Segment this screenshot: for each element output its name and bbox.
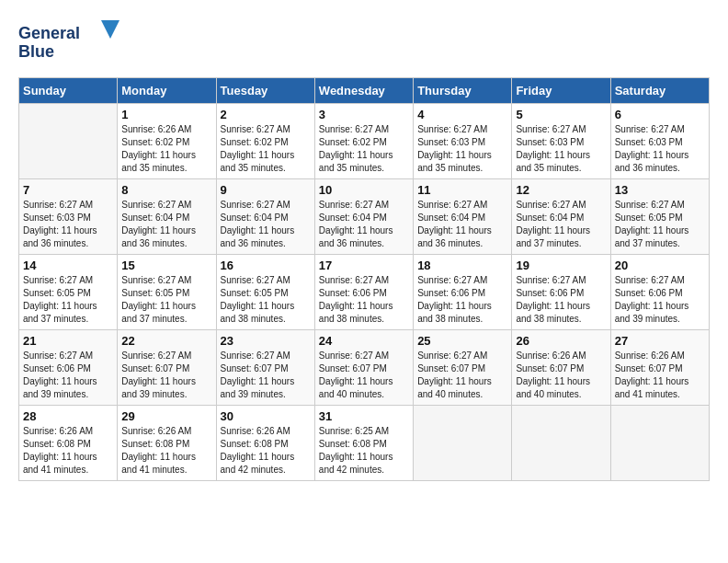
day-number: 21 xyxy=(23,334,113,348)
day-info: Sunrise: 6:27 AM Sunset: 6:04 PM Dayligh… xyxy=(417,199,507,250)
day-info: Sunrise: 6:27 AM Sunset: 6:06 PM Dayligh… xyxy=(319,274,409,326)
calendar-cell: 24Sunrise: 6:27 AM Sunset: 6:07 PM Dayli… xyxy=(314,330,413,406)
calendar-cell xyxy=(512,406,610,481)
svg-marker-2 xyxy=(101,20,119,39)
day-info: Sunrise: 6:27 AM Sunset: 6:04 PM Dayligh… xyxy=(319,199,409,250)
calendar-cell: 9Sunrise: 6:27 AM Sunset: 6:04 PM Daylig… xyxy=(216,179,314,255)
calendar-cell: 28Sunrise: 6:26 AM Sunset: 6:08 PM Dayli… xyxy=(19,406,118,481)
day-info: Sunrise: 6:26 AM Sunset: 6:08 PM Dayligh… xyxy=(221,425,311,477)
day-info: Sunrise: 6:27 AM Sunset: 6:02 PM Dayligh… xyxy=(221,123,311,175)
day-info: Sunrise: 6:27 AM Sunset: 6:04 PM Dayligh… xyxy=(516,199,606,250)
calendar-cell: 14Sunrise: 6:27 AM Sunset: 6:05 PM Dayli… xyxy=(19,255,118,330)
day-number: 28 xyxy=(23,409,113,423)
column-header-friday: Friday xyxy=(512,78,610,104)
day-info: Sunrise: 6:27 AM Sunset: 6:04 PM Dayligh… xyxy=(121,199,211,250)
day-number: 17 xyxy=(319,259,409,272)
column-header-sunday: Sunday xyxy=(19,78,118,104)
day-number: 19 xyxy=(516,259,606,272)
calendar-cell: 7Sunrise: 6:27 AM Sunset: 6:03 PM Daylig… xyxy=(19,179,118,255)
day-number: 5 xyxy=(516,108,606,121)
day-number: 9 xyxy=(221,183,311,197)
calendar-cell: 4Sunrise: 6:27 AM Sunset: 6:03 PM Daylig… xyxy=(414,104,512,179)
day-info: Sunrise: 6:25 AM Sunset: 6:08 PM Dayligh… xyxy=(319,425,409,477)
day-info: Sunrise: 6:26 AM Sunset: 6:08 PM Dayligh… xyxy=(23,425,113,477)
day-info: Sunrise: 6:27 AM Sunset: 6:05 PM Dayligh… xyxy=(615,199,705,250)
day-info: Sunrise: 6:27 AM Sunset: 6:04 PM Dayligh… xyxy=(221,199,311,250)
calendar-cell: 2Sunrise: 6:27 AM Sunset: 6:02 PM Daylig… xyxy=(216,104,314,179)
column-header-saturday: Saturday xyxy=(610,78,709,104)
day-number: 25 xyxy=(417,334,507,348)
calendar-cell: 31Sunrise: 6:25 AM Sunset: 6:08 PM Dayli… xyxy=(314,406,413,481)
day-number: 15 xyxy=(121,259,211,272)
page-header: General Blue xyxy=(18,18,710,68)
calendar-cell: 1Sunrise: 6:26 AM Sunset: 6:02 PM Daylig… xyxy=(118,104,216,179)
day-number: 7 xyxy=(23,183,113,197)
column-header-wednesday: Wednesday xyxy=(314,78,413,104)
day-info: Sunrise: 6:27 AM Sunset: 6:07 PM Dayligh… xyxy=(319,350,409,401)
column-header-tuesday: Tuesday xyxy=(216,78,314,104)
day-number: 4 xyxy=(417,108,507,121)
logo: General Blue xyxy=(18,18,119,68)
calendar-cell: 6Sunrise: 6:27 AM Sunset: 6:03 PM Daylig… xyxy=(610,104,709,179)
day-info: Sunrise: 6:26 AM Sunset: 6:08 PM Dayligh… xyxy=(121,425,211,477)
calendar-cell: 22Sunrise: 6:27 AM Sunset: 6:07 PM Dayli… xyxy=(118,330,216,406)
day-info: Sunrise: 6:27 AM Sunset: 6:07 PM Dayligh… xyxy=(121,350,211,401)
calendar-cell: 30Sunrise: 6:26 AM Sunset: 6:08 PM Dayli… xyxy=(216,406,314,481)
day-number: 18 xyxy=(417,259,507,272)
calendar-cell: 10Sunrise: 6:27 AM Sunset: 6:04 PM Dayli… xyxy=(314,179,413,255)
calendar-cell xyxy=(414,406,512,481)
calendar-cell: 11Sunrise: 6:27 AM Sunset: 6:04 PM Dayli… xyxy=(414,179,512,255)
day-info: Sunrise: 6:27 AM Sunset: 6:07 PM Dayligh… xyxy=(417,350,507,401)
day-info: Sunrise: 6:27 AM Sunset: 6:06 PM Dayligh… xyxy=(516,274,606,326)
calendar-cell: 23Sunrise: 6:27 AM Sunset: 6:07 PM Dayli… xyxy=(216,330,314,406)
day-number: 31 xyxy=(319,409,409,423)
day-number: 10 xyxy=(319,183,409,197)
svg-text:General: General xyxy=(18,24,80,42)
day-number: 26 xyxy=(516,334,606,348)
day-number: 2 xyxy=(221,108,311,121)
day-info: Sunrise: 6:27 AM Sunset: 6:05 PM Dayligh… xyxy=(23,274,113,326)
calendar-cell xyxy=(610,406,709,481)
calendar-cell xyxy=(19,104,118,179)
day-number: 23 xyxy=(221,334,311,348)
svg-text:Blue: Blue xyxy=(18,42,54,61)
day-info: Sunrise: 6:27 AM Sunset: 6:03 PM Dayligh… xyxy=(615,123,705,175)
day-number: 8 xyxy=(121,183,211,197)
calendar-cell: 20Sunrise: 6:27 AM Sunset: 6:06 PM Dayli… xyxy=(610,255,709,330)
calendar-cell: 8Sunrise: 6:27 AM Sunset: 6:04 PM Daylig… xyxy=(118,179,216,255)
logo-text: General Blue xyxy=(18,18,119,68)
calendar-table: SundayMondayTuesdayWednesdayThursdayFrid… xyxy=(18,77,710,481)
day-info: Sunrise: 6:27 AM Sunset: 6:06 PM Dayligh… xyxy=(417,274,507,326)
day-info: Sunrise: 6:27 AM Sunset: 6:02 PM Dayligh… xyxy=(319,123,409,175)
calendar-cell: 5Sunrise: 6:27 AM Sunset: 6:03 PM Daylig… xyxy=(512,104,610,179)
day-info: Sunrise: 6:27 AM Sunset: 6:06 PM Dayligh… xyxy=(615,274,705,326)
calendar-cell: 3Sunrise: 6:27 AM Sunset: 6:02 PM Daylig… xyxy=(314,104,413,179)
day-number: 1 xyxy=(121,108,211,121)
calendar-cell: 18Sunrise: 6:27 AM Sunset: 6:06 PM Dayli… xyxy=(414,255,512,330)
day-info: Sunrise: 6:27 AM Sunset: 6:07 PM Dayligh… xyxy=(221,350,311,401)
calendar-cell: 13Sunrise: 6:27 AM Sunset: 6:05 PM Dayli… xyxy=(610,179,709,255)
day-info: Sunrise: 6:26 AM Sunset: 6:07 PM Dayligh… xyxy=(516,350,606,401)
day-info: Sunrise: 6:27 AM Sunset: 6:03 PM Dayligh… xyxy=(516,123,606,175)
day-info: Sunrise: 6:27 AM Sunset: 6:03 PM Dayligh… xyxy=(417,123,507,175)
day-info: Sunrise: 6:27 AM Sunset: 6:05 PM Dayligh… xyxy=(221,274,311,326)
day-info: Sunrise: 6:26 AM Sunset: 6:02 PM Dayligh… xyxy=(121,123,211,175)
day-number: 27 xyxy=(615,334,705,348)
calendar-cell: 19Sunrise: 6:27 AM Sunset: 6:06 PM Dayli… xyxy=(512,255,610,330)
day-number: 16 xyxy=(221,259,311,272)
calendar-cell: 15Sunrise: 6:27 AM Sunset: 6:05 PM Dayli… xyxy=(118,255,216,330)
day-number: 14 xyxy=(23,259,113,272)
calendar-cell: 27Sunrise: 6:26 AM Sunset: 6:07 PM Dayli… xyxy=(610,330,709,406)
day-number: 6 xyxy=(615,108,705,121)
calendar-cell: 25Sunrise: 6:27 AM Sunset: 6:07 PM Dayli… xyxy=(414,330,512,406)
day-info: Sunrise: 6:27 AM Sunset: 6:03 PM Dayligh… xyxy=(23,199,113,250)
day-number: 11 xyxy=(417,183,507,197)
day-number: 13 xyxy=(615,183,705,197)
day-info: Sunrise: 6:27 AM Sunset: 6:05 PM Dayligh… xyxy=(121,274,211,326)
calendar-cell: 17Sunrise: 6:27 AM Sunset: 6:06 PM Dayli… xyxy=(314,255,413,330)
column-header-monday: Monday xyxy=(118,78,216,104)
calendar-cell: 21Sunrise: 6:27 AM Sunset: 6:06 PM Dayli… xyxy=(19,330,118,406)
day-number: 20 xyxy=(615,259,705,272)
calendar-cell: 12Sunrise: 6:27 AM Sunset: 6:04 PM Dayli… xyxy=(512,179,610,255)
day-number: 22 xyxy=(121,334,211,348)
